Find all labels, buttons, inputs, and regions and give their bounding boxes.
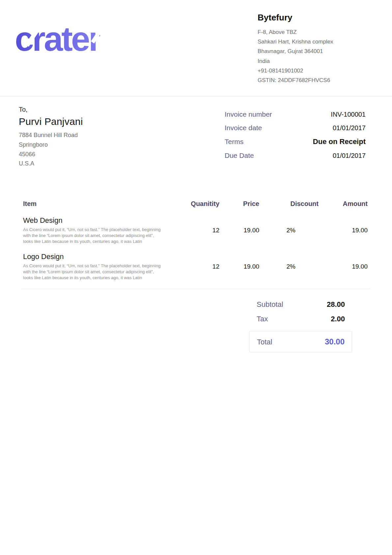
item-description: As Cicero would put it, “Um, not so fast… bbox=[23, 263, 161, 281]
terms-label: Terms bbox=[225, 138, 243, 146]
company-name: Bytefury bbox=[258, 13, 373, 23]
invoice-date-value: 01/01/2017 bbox=[333, 124, 366, 132]
item-quantity: 12 bbox=[183, 227, 219, 234]
column-header-price: Price bbox=[219, 200, 259, 208]
crater-logo: crater bbox=[15, 22, 100, 56]
item-discount: 2% bbox=[259, 227, 319, 234]
table-row: Web Design As Cicero would put it, “Um, … bbox=[23, 216, 368, 245]
bill-to-label: To, bbox=[19, 106, 83, 113]
crater-logo-text: crater bbox=[15, 20, 100, 58]
totals-section: Subtotal 28.00 Tax 2.00 Total 30.00 bbox=[0, 300, 392, 352]
invoice-number-value: INV-100001 bbox=[331, 111, 366, 118]
invoice-number-label: Invoice number bbox=[225, 110, 272, 118]
item-amount: 19.00 bbox=[319, 263, 368, 270]
item-discount: 2% bbox=[259, 263, 319, 270]
total-box: Total 30.00 bbox=[249, 331, 352, 352]
tax-row: Tax 2.00 bbox=[249, 315, 352, 323]
column-header-item: Item bbox=[23, 200, 183, 208]
company-address-line: Bhavnagar, Gujrat 364001 bbox=[258, 46, 373, 56]
column-header-quantity: Quanitity bbox=[183, 200, 219, 208]
company-address-line: India bbox=[258, 56, 373, 66]
column-header-amount: Amount bbox=[319, 200, 368, 208]
due-date-value: 01/01/2017 bbox=[333, 152, 366, 160]
invoice-date-row: Invoice date 01/01/2017 bbox=[225, 124, 366, 132]
totals-block: Subtotal 28.00 Tax 2.00 Total 30.00 bbox=[249, 300, 352, 352]
item-cell: Web Design As Cicero would put it, “Um, … bbox=[23, 216, 183, 245]
invoice-meta: Invoice number INV-100001 Invoice date 0… bbox=[225, 110, 366, 168]
invoice-date-label: Invoice date bbox=[225, 124, 262, 132]
column-header-discount: Discount bbox=[259, 200, 319, 208]
due-date-row: Due Date 01/01/2017 bbox=[225, 152, 366, 160]
bill-to-name: Purvi Panjvani bbox=[19, 116, 83, 127]
company-address-line: +91-08141901002 bbox=[258, 66, 373, 75]
terms-row: Terms Due on Receipt bbox=[225, 137, 366, 146]
item-description: As Cicero would put it, “Um, not so fast… bbox=[23, 227, 161, 245]
items-table-header: Item Quanitity Price Discount Amount bbox=[23, 200, 368, 208]
items-table: Item Quanitity Price Discount Amount Web… bbox=[23, 200, 368, 289]
item-amount: 19.00 bbox=[319, 227, 368, 234]
bill-to-block: To, Purvi Panjvani 7884 Bunnel Hill Road… bbox=[19, 106, 83, 168]
item-quantity: 12 bbox=[183, 263, 219, 270]
bill-to-address-line: Springboro bbox=[19, 140, 83, 150]
billing-section: To, Purvi Panjvani 7884 Bunnel Hill Road… bbox=[0, 97, 392, 168]
total-label: Total bbox=[257, 338, 272, 346]
bill-to-address-line: 45066 bbox=[19, 150, 83, 159]
terms-value: Due on Receipt bbox=[313, 137, 366, 146]
table-divider bbox=[21, 289, 370, 289]
company-address-line: F-8, Above TBZ bbox=[258, 27, 373, 37]
company-address-line: GSTIN: 24DDF7682FHVCS6 bbox=[258, 75, 373, 85]
subtotal-label: Subtotal bbox=[257, 300, 283, 309]
tax-label: Tax bbox=[257, 315, 268, 323]
invoice-header: crater Bytefury F-8, Above TBZ Sahkari H… bbox=[0, 0, 392, 96]
due-date-label: Due Date bbox=[225, 152, 254, 160]
item-price: 19.00 bbox=[219, 263, 259, 270]
item-price: 19.00 bbox=[219, 227, 259, 234]
table-row: Logo Design As Cicero would put it, “Um,… bbox=[23, 252, 368, 281]
company-address: F-8, Above TBZ Sahkari Hart, Krishna com… bbox=[258, 27, 373, 85]
tax-value: 2.00 bbox=[331, 315, 345, 323]
item-name: Web Design bbox=[23, 216, 183, 225]
item-cell: Logo Design As Cicero would put it, “Um,… bbox=[23, 252, 183, 281]
invoice-number-row: Invoice number INV-100001 bbox=[225, 110, 366, 118]
bill-to-address-line: 7884 Bunnel Hill Road bbox=[19, 131, 83, 140]
bill-to-address: 7884 Bunnel Hill Road Springboro 45066 U… bbox=[19, 131, 83, 168]
item-name: Logo Design bbox=[23, 252, 183, 261]
total-value: 30.00 bbox=[325, 337, 345, 346]
subtotal-row: Subtotal 28.00 bbox=[249, 300, 352, 309]
subtotal-value: 28.00 bbox=[327, 300, 345, 309]
company-block: Bytefury F-8, Above TBZ Sahkari Hart, Kr… bbox=[258, 13, 373, 85]
company-address-line: Sahkari Hart, Krishna complex bbox=[258, 37, 373, 46]
bill-to-address-line: U.S.A bbox=[19, 159, 83, 168]
